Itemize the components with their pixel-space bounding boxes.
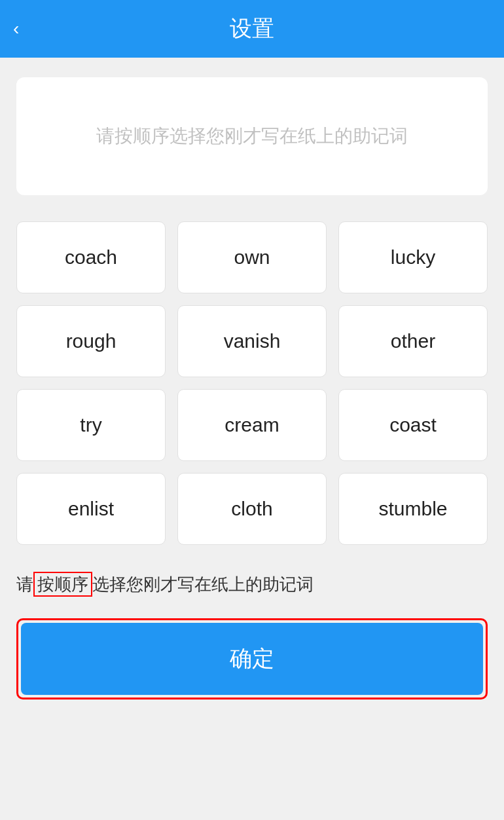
word-button-coast[interactable]: coast: [338, 389, 488, 461]
word-button-own[interactable]: own: [177, 221, 327, 293]
main-content: 请按顺序选择您刚才写在纸上的助记词 coachownluckyroughvani…: [0, 58, 504, 719]
instruction-pre: 请: [16, 574, 33, 594]
instruction-highlight: 按顺序: [33, 572, 92, 597]
word-button-lucky[interactable]: lucky: [338, 221, 488, 293]
word-button-cloth[interactable]: cloth: [177, 473, 327, 545]
word-button-try[interactable]: try: [16, 389, 166, 461]
word-button-other[interactable]: other: [338, 305, 488, 377]
word-button-coach[interactable]: coach: [16, 221, 166, 293]
word-button-cream[interactable]: cream: [177, 389, 327, 461]
confirm-button-wrapper: 确定: [16, 618, 488, 699]
word-button-vanish[interactable]: vanish: [177, 305, 327, 377]
back-button[interactable]: ‹: [13, 18, 19, 39]
word-button-stumble[interactable]: stumble: [338, 473, 488, 545]
page-title: 设置: [230, 14, 274, 44]
instruction-text: 请按顺序选择您刚才写在纸上的助记词: [16, 571, 488, 599]
app-header: ‹ 设置: [0, 0, 504, 58]
mnemonic-placeholder-text: 请按顺序选择您刚才写在纸上的助记词: [96, 122, 408, 151]
word-button-rough[interactable]: rough: [16, 305, 166, 377]
instruction-post: 选择您刚才写在纸上的助记词: [92, 574, 314, 594]
mnemonic-display-area: 请按顺序选择您刚才写在纸上的助记词: [16, 77, 488, 195]
word-grid: coachownluckyroughvanishothertrycreamcoa…: [16, 221, 488, 545]
confirm-button[interactable]: 确定: [21, 623, 483, 695]
word-button-enlist[interactable]: enlist: [16, 473, 166, 545]
